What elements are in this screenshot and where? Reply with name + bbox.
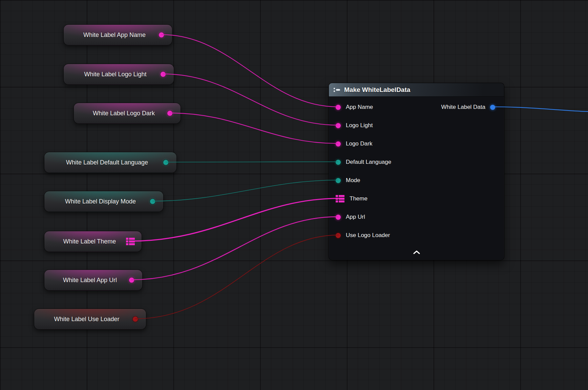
wire-logo-light[interactable] (163, 74, 338, 125)
getter-node-white-label-logo-light[interactable]: White Label Logo Light (63, 64, 174, 85)
wire-white-label-data-output[interactable] (492, 107, 588, 112)
make-whitelabeldata-node[interactable]: Make WhiteLabelData White Label Data App… (329, 83, 504, 260)
struct-grid-icon[interactable] (336, 195, 344, 202)
string-input-pin[interactable] (336, 123, 341, 128)
input-row-default-language: Default Language (336, 157, 391, 167)
getter-node-white-label-theme[interactable]: White Label Theme (44, 231, 142, 252)
input-row-mode: Mode (336, 175, 360, 186)
bool-output-pin[interactable] (133, 317, 138, 322)
string-output-pin[interactable] (159, 33, 164, 38)
input-row-app-url: App Url (336, 212, 365, 222)
string-input-pin[interactable] (336, 215, 341, 220)
getter-node-label: White Label Display Mode (57, 198, 151, 205)
output-row-white-label-data: White Label Data (441, 102, 495, 112)
getter-node-white-label-display-mode[interactable]: White Label Display Mode (44, 191, 164, 212)
getter-node-white-label-logo-dark[interactable]: White Label Logo Dark (74, 103, 181, 124)
collapse-node-button[interactable] (329, 248, 504, 257)
getter-node-label: White Label Logo Light (76, 71, 161, 78)
enum-output-pin[interactable] (150, 199, 155, 204)
wire-default-language[interactable] (166, 162, 338, 162)
input-pin-label: Logo Dark (346, 140, 372, 147)
input-pin-label: Mode (346, 177, 360, 184)
wire-app-name[interactable] (161, 35, 338, 107)
getter-node-white-label-app-name[interactable]: White Label App Name (63, 24, 172, 45)
input-row-theme: Theme (336, 194, 368, 204)
blueprint-graph-canvas[interactable]: White Label App Name White Label Logo Li… (0, 0, 588, 390)
string-output-pin[interactable] (161, 72, 166, 77)
input-pin-label: Use Logo Loader (346, 232, 390, 239)
string-output-pin[interactable] (129, 278, 134, 283)
output-pin-label: White Label Data (441, 104, 485, 111)
enum-input-pin[interactable] (336, 178, 341, 183)
getter-node-label: White Label App Url (55, 277, 132, 284)
getter-node-label: White Label Theme (55, 238, 131, 245)
input-row-logo-light: Logo Light (336, 120, 373, 131)
enum-output-pin[interactable] (163, 160, 168, 165)
getter-node-label: White Label Use Loader (46, 316, 134, 323)
getter-node-label: White Label App Name (75, 32, 161, 39)
string-output-pin[interactable] (167, 111, 172, 116)
node-title: Make WhiteLabelData (344, 86, 410, 94)
getter-node-white-label-app-url[interactable]: White Label App Url (44, 270, 143, 291)
struct-output-pin-white-label-data[interactable] (490, 105, 495, 110)
make-struct-icon (333, 87, 341, 93)
wire-use-loader[interactable] (135, 235, 339, 319)
getter-node-label: White Label Default Language (58, 159, 163, 166)
enum-input-pin[interactable] (336, 160, 341, 165)
input-pin-label: Logo Light (346, 122, 373, 129)
wire-logo-dark[interactable] (170, 113, 338, 143)
input-row-app-name: App Name (336, 102, 373, 112)
wire-mode[interactable] (152, 180, 338, 201)
bool-input-pin[interactable] (336, 233, 341, 238)
input-pin-label: Default Language (346, 159, 391, 165)
node-header[interactable]: Make WhiteLabelData (329, 83, 504, 97)
input-row-logo-dark: Logo Dark (336, 139, 372, 149)
string-input-pin[interactable] (336, 141, 341, 147)
chevron-up-icon (413, 250, 420, 254)
struct-grid-icon[interactable] (126, 238, 135, 245)
input-pin-label: App Name (346, 104, 373, 111)
getter-node-white-label-default-language[interactable]: White Label Default Language (44, 152, 177, 173)
wire-app-url[interactable] (131, 217, 338, 280)
string-input-pin[interactable] (336, 105, 341, 110)
input-pin-label: App Url (346, 214, 365, 220)
getter-node-white-label-use-loader[interactable]: White Label Use Loader (34, 309, 146, 330)
input-row-use-logo-loader: Use Logo Loader (336, 230, 390, 240)
getter-node-label: White Label Logo Dark (85, 110, 170, 117)
input-pin-label: Theme (350, 195, 368, 202)
